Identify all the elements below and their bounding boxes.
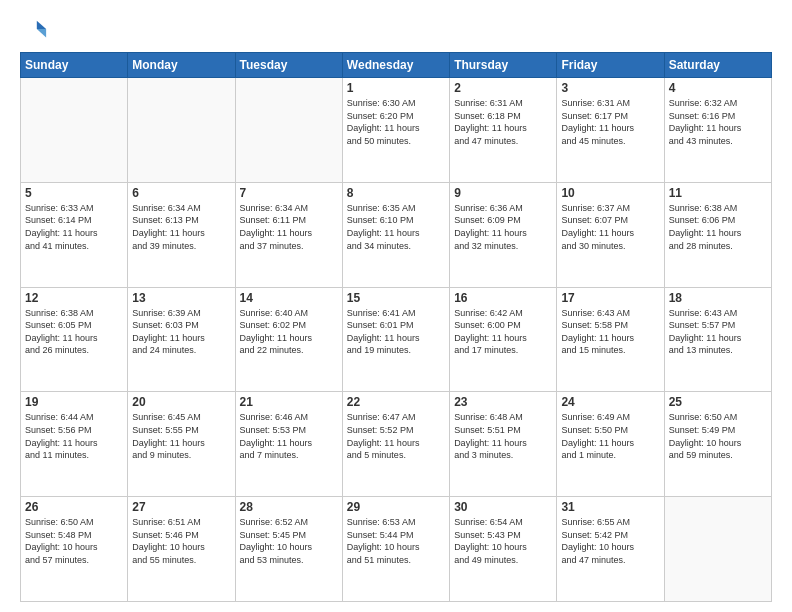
day-info: Sunrise: 6:42 AM Sunset: 6:00 PM Dayligh… xyxy=(454,307,552,357)
day-number: 17 xyxy=(561,291,659,305)
logo xyxy=(20,16,52,44)
day-info: Sunrise: 6:52 AM Sunset: 5:45 PM Dayligh… xyxy=(240,516,338,566)
day-number: 22 xyxy=(347,395,445,409)
calendar-cell: 29Sunrise: 6:53 AM Sunset: 5:44 PM Dayli… xyxy=(342,497,449,602)
calendar-cell: 19Sunrise: 6:44 AM Sunset: 5:56 PM Dayli… xyxy=(21,392,128,497)
calendar-week-row: 19Sunrise: 6:44 AM Sunset: 5:56 PM Dayli… xyxy=(21,392,772,497)
calendar-cell: 23Sunrise: 6:48 AM Sunset: 5:51 PM Dayli… xyxy=(450,392,557,497)
calendar-cell: 31Sunrise: 6:55 AM Sunset: 5:42 PM Dayli… xyxy=(557,497,664,602)
day-number: 1 xyxy=(347,81,445,95)
day-number: 23 xyxy=(454,395,552,409)
weekday-header-sunday: Sunday xyxy=(21,53,128,78)
calendar-cell xyxy=(235,78,342,183)
day-info: Sunrise: 6:53 AM Sunset: 5:44 PM Dayligh… xyxy=(347,516,445,566)
day-number: 9 xyxy=(454,186,552,200)
calendar-cell: 26Sunrise: 6:50 AM Sunset: 5:48 PM Dayli… xyxy=(21,497,128,602)
calendar-table: SundayMondayTuesdayWednesdayThursdayFrid… xyxy=(20,52,772,602)
day-info: Sunrise: 6:34 AM Sunset: 6:11 PM Dayligh… xyxy=(240,202,338,252)
day-info: Sunrise: 6:33 AM Sunset: 6:14 PM Dayligh… xyxy=(25,202,123,252)
day-number: 24 xyxy=(561,395,659,409)
calendar-cell: 3Sunrise: 6:31 AM Sunset: 6:17 PM Daylig… xyxy=(557,78,664,183)
calendar-cell: 16Sunrise: 6:42 AM Sunset: 6:00 PM Dayli… xyxy=(450,287,557,392)
calendar-cell: 28Sunrise: 6:52 AM Sunset: 5:45 PM Dayli… xyxy=(235,497,342,602)
day-info: Sunrise: 6:34 AM Sunset: 6:13 PM Dayligh… xyxy=(132,202,230,252)
day-number: 15 xyxy=(347,291,445,305)
calendar-cell: 17Sunrise: 6:43 AM Sunset: 5:58 PM Dayli… xyxy=(557,287,664,392)
day-number: 12 xyxy=(25,291,123,305)
day-number: 8 xyxy=(347,186,445,200)
day-info: Sunrise: 6:32 AM Sunset: 6:16 PM Dayligh… xyxy=(669,97,767,147)
day-number: 28 xyxy=(240,500,338,514)
day-number: 3 xyxy=(561,81,659,95)
calendar-cell: 12Sunrise: 6:38 AM Sunset: 6:05 PM Dayli… xyxy=(21,287,128,392)
day-info: Sunrise: 6:40 AM Sunset: 6:02 PM Dayligh… xyxy=(240,307,338,357)
day-info: Sunrise: 6:50 AM Sunset: 5:48 PM Dayligh… xyxy=(25,516,123,566)
weekday-header-saturday: Saturday xyxy=(664,53,771,78)
day-number: 11 xyxy=(669,186,767,200)
calendar-week-row: 12Sunrise: 6:38 AM Sunset: 6:05 PM Dayli… xyxy=(21,287,772,392)
calendar-cell xyxy=(21,78,128,183)
calendar-cell xyxy=(664,497,771,602)
calendar-week-row: 5Sunrise: 6:33 AM Sunset: 6:14 PM Daylig… xyxy=(21,182,772,287)
calendar-week-row: 1Sunrise: 6:30 AM Sunset: 6:20 PM Daylig… xyxy=(21,78,772,183)
calendar-week-row: 26Sunrise: 6:50 AM Sunset: 5:48 PM Dayli… xyxy=(21,497,772,602)
calendar-cell: 9Sunrise: 6:36 AM Sunset: 6:09 PM Daylig… xyxy=(450,182,557,287)
calendar-cell: 18Sunrise: 6:43 AM Sunset: 5:57 PM Dayli… xyxy=(664,287,771,392)
calendar-cell: 8Sunrise: 6:35 AM Sunset: 6:10 PM Daylig… xyxy=(342,182,449,287)
day-number: 2 xyxy=(454,81,552,95)
day-number: 29 xyxy=(347,500,445,514)
calendar-cell: 25Sunrise: 6:50 AM Sunset: 5:49 PM Dayli… xyxy=(664,392,771,497)
calendar-cell: 7Sunrise: 6:34 AM Sunset: 6:11 PM Daylig… xyxy=(235,182,342,287)
day-number: 16 xyxy=(454,291,552,305)
day-info: Sunrise: 6:38 AM Sunset: 6:05 PM Dayligh… xyxy=(25,307,123,357)
day-number: 5 xyxy=(25,186,123,200)
day-info: Sunrise: 6:41 AM Sunset: 6:01 PM Dayligh… xyxy=(347,307,445,357)
calendar-cell: 30Sunrise: 6:54 AM Sunset: 5:43 PM Dayli… xyxy=(450,497,557,602)
day-info: Sunrise: 6:36 AM Sunset: 6:09 PM Dayligh… xyxy=(454,202,552,252)
day-number: 6 xyxy=(132,186,230,200)
day-number: 21 xyxy=(240,395,338,409)
calendar-cell: 15Sunrise: 6:41 AM Sunset: 6:01 PM Dayli… xyxy=(342,287,449,392)
day-info: Sunrise: 6:43 AM Sunset: 5:57 PM Dayligh… xyxy=(669,307,767,357)
day-info: Sunrise: 6:55 AM Sunset: 5:42 PM Dayligh… xyxy=(561,516,659,566)
day-info: Sunrise: 6:31 AM Sunset: 6:17 PM Dayligh… xyxy=(561,97,659,147)
day-info: Sunrise: 6:37 AM Sunset: 6:07 PM Dayligh… xyxy=(561,202,659,252)
day-number: 31 xyxy=(561,500,659,514)
calendar-cell: 14Sunrise: 6:40 AM Sunset: 6:02 PM Dayli… xyxy=(235,287,342,392)
weekday-header-friday: Friday xyxy=(557,53,664,78)
day-info: Sunrise: 6:39 AM Sunset: 6:03 PM Dayligh… xyxy=(132,307,230,357)
day-info: Sunrise: 6:54 AM Sunset: 5:43 PM Dayligh… xyxy=(454,516,552,566)
day-info: Sunrise: 6:49 AM Sunset: 5:50 PM Dayligh… xyxy=(561,411,659,461)
calendar-cell: 13Sunrise: 6:39 AM Sunset: 6:03 PM Dayli… xyxy=(128,287,235,392)
svg-marker-0 xyxy=(37,21,46,29)
calendar-cell: 20Sunrise: 6:45 AM Sunset: 5:55 PM Dayli… xyxy=(128,392,235,497)
day-info: Sunrise: 6:44 AM Sunset: 5:56 PM Dayligh… xyxy=(25,411,123,461)
day-number: 27 xyxy=(132,500,230,514)
day-info: Sunrise: 6:45 AM Sunset: 5:55 PM Dayligh… xyxy=(132,411,230,461)
weekday-header-wednesday: Wednesday xyxy=(342,53,449,78)
calendar-cell xyxy=(128,78,235,183)
day-info: Sunrise: 6:48 AM Sunset: 5:51 PM Dayligh… xyxy=(454,411,552,461)
day-number: 19 xyxy=(25,395,123,409)
weekday-header-monday: Monday xyxy=(128,53,235,78)
day-info: Sunrise: 6:38 AM Sunset: 6:06 PM Dayligh… xyxy=(669,202,767,252)
day-number: 18 xyxy=(669,291,767,305)
page: SundayMondayTuesdayWednesdayThursdayFrid… xyxy=(0,0,792,612)
day-info: Sunrise: 6:31 AM Sunset: 6:18 PM Dayligh… xyxy=(454,97,552,147)
calendar-cell: 24Sunrise: 6:49 AM Sunset: 5:50 PM Dayli… xyxy=(557,392,664,497)
day-number: 30 xyxy=(454,500,552,514)
header xyxy=(20,16,772,44)
weekday-header-thursday: Thursday xyxy=(450,53,557,78)
calendar-cell: 10Sunrise: 6:37 AM Sunset: 6:07 PM Dayli… xyxy=(557,182,664,287)
calendar-cell: 27Sunrise: 6:51 AM Sunset: 5:46 PM Dayli… xyxy=(128,497,235,602)
day-number: 13 xyxy=(132,291,230,305)
day-info: Sunrise: 6:46 AM Sunset: 5:53 PM Dayligh… xyxy=(240,411,338,461)
calendar-cell: 22Sunrise: 6:47 AM Sunset: 5:52 PM Dayli… xyxy=(342,392,449,497)
day-info: Sunrise: 6:35 AM Sunset: 6:10 PM Dayligh… xyxy=(347,202,445,252)
weekday-header-tuesday: Tuesday xyxy=(235,53,342,78)
day-number: 7 xyxy=(240,186,338,200)
day-number: 20 xyxy=(132,395,230,409)
day-number: 14 xyxy=(240,291,338,305)
day-number: 10 xyxy=(561,186,659,200)
day-number: 26 xyxy=(25,500,123,514)
